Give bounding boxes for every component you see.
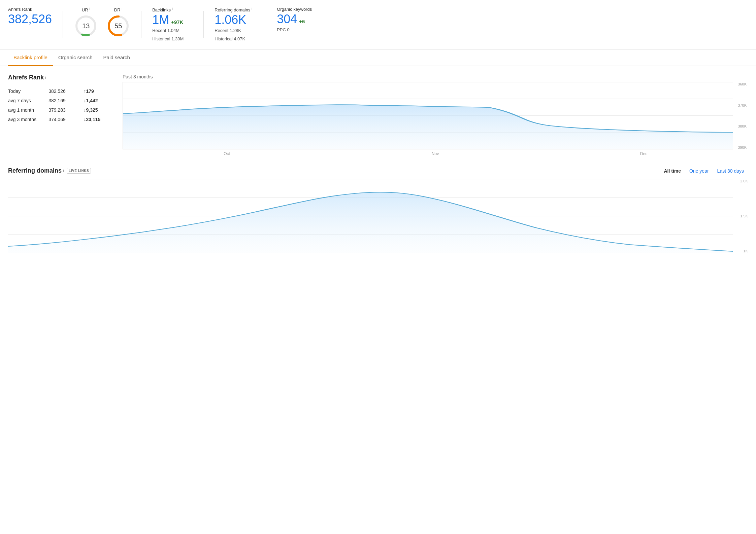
backlinks-value: 1M [152,14,169,26]
ur-gauge: UR i 13 [74,7,98,38]
ahrefs-rank-stats-table: Today 382,526 ↑179 avg 7 days 382,169 ↓1… [8,86,109,124]
tabs-bar: Backlink profile Organic search Paid sea… [0,50,756,66]
organic-keywords-delta: +6 [299,19,305,24]
chart-period-label: Past 3 months [123,74,748,79]
backlinks-delta: +97K [171,19,183,25]
referring-domains-title-left: Referring domains i LIVE LINKS [8,167,91,174]
tab-backlink-profile[interactable]: Backlink profile [8,50,53,66]
ahrefs-rank-row: avg 3 months 374,069 ↓23,115 [8,115,109,124]
referring-domains-header: Referring domains i LIVE LINKS All time … [8,167,748,175]
chart-wrapper: 360K 370K 380K 390K [123,82,748,149]
row-period: avg 1 month [8,105,48,115]
divider-2 [141,11,141,38]
row-value: 382,169 [48,96,84,105]
row-value: 374,069 [48,115,84,124]
backlinks-historical: Historical 1.39M [152,36,193,43]
ur-value: 13 [82,22,90,30]
row-delta: ↓1,442 [84,96,109,105]
main-content: Ahrefs Rank i Today 382,526 ↑179 avg 7 d… [0,66,756,261]
dr-gauge: DR i 55 [106,7,130,38]
divider-4 [266,11,266,38]
ahrefs-rank-left: Ahrefs Rank i Today 382,526 ↑179 avg 7 d… [8,74,109,124]
dr-value: 55 [114,22,122,30]
ur-circle: 13 [74,14,98,38]
ahrefs-rank-row: avg 1 month 379,283 ↓9,325 [8,105,109,115]
backlinks-label: Backlinks i [152,7,193,12]
ahrefs-rank-right: Past 3 months [123,74,748,156]
referring-domains-chart [8,179,733,253]
referring-domains-value: 1.06K [215,14,255,26]
referring-historical: Historical 4.07K [215,36,255,43]
time-filter: All time One year Last 30 days [660,167,748,175]
ahrefs-rank-label: Ahrefs Rank [8,7,52,12]
metric-referring-domains: Referring domains i 1.06K Recent 1.28K H… [215,7,255,43]
ahrefs-rank-value: 382,526 [8,13,52,25]
row-delta: ↓23,115 [84,115,109,124]
referring-recent: Recent 1.28K [215,27,255,34]
metric-organic-keywords: Organic keywords 304 +6 PPC 0 [277,7,317,34]
referring-domains-section-title: Referring domains i [8,167,64,174]
row-period: avg 7 days [8,96,48,105]
metric-ahrefs-rank: Ahrefs Rank 382,526 [8,7,52,25]
metric-backlinks: Backlinks i 1M +97K Recent 1.04M Histori… [152,7,193,43]
dr-circle: 55 [106,14,130,38]
divider-1 [63,11,63,38]
tab-paid-search[interactable]: Paid search [98,50,135,66]
chart-x-labels: Oct Nov Dec [123,151,748,156]
row-value: 379,283 [48,105,84,115]
ahrefs-rank-chart [123,82,733,149]
time-filter-last-30-days[interactable]: Last 30 days [713,167,748,175]
live-links-badge: LIVE LINKS [67,168,91,174]
tab-organic-search[interactable]: Organic search [53,50,98,66]
ahrefs-rank-section: Ahrefs Rank i Today 382,526 ↑179 avg 7 d… [8,74,748,156]
dr-label: DR i [114,7,123,12]
ahrefs-rank-section-title: Ahrefs Rank i [8,74,109,81]
referring-domains-y-labels: 2.0K 1.5K 1K [733,179,748,253]
referring-domains-chart-wrapper: 2.0K 1.5K 1K [8,179,748,253]
top-metrics-bar: Ahrefs Rank 382,526 UR i 13 DR i [0,0,756,50]
row-value: 382,526 [48,86,84,96]
organic-keywords-ppc: PPC 0 [277,27,317,34]
ahrefs-rank-row: Today 382,526 ↑179 [8,86,109,96]
time-filter-all-time[interactable]: All time [660,167,685,175]
referring-domains-label: Referring domains i [215,7,255,12]
divider-3 [203,11,204,38]
chart-y-labels: 360K 370K 380K 390K [733,82,748,149]
referring-domains-section: Referring domains i LIVE LINKS All time … [8,167,748,253]
organic-keywords-label: Organic keywords [277,7,317,12]
time-filter-one-year[interactable]: One year [685,167,713,175]
row-period: avg 3 months [8,115,48,124]
ur-label: UR i [82,7,90,12]
ahrefs-rank-row: avg 7 days 382,169 ↓1,442 [8,96,109,105]
row-delta: ↑179 [84,86,109,96]
row-delta: ↓9,325 [84,105,109,115]
organic-keywords-value: 304 [277,13,297,25]
row-period: Today [8,86,48,96]
metric-gauges: UR i 13 DR i 55 [74,7,130,38]
backlinks-recent: Recent 1.04M [152,27,193,34]
